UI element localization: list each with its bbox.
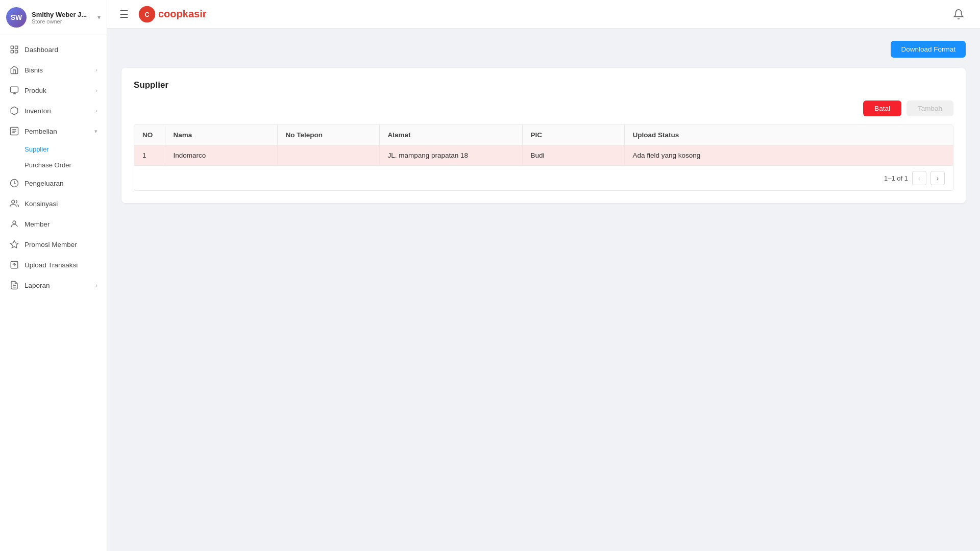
chevron-right-icon: › [95, 282, 97, 288]
produk-icon [9, 85, 19, 95]
laporan-icon [9, 280, 19, 290]
svg-rect-2 [11, 51, 13, 53]
sidebar-label-pengeluaran: Pengeluaran [24, 180, 64, 187]
sidebar-item-dashboard[interactable]: Dashboard [0, 39, 107, 60]
svg-rect-3 [15, 51, 18, 53]
sidebar-item-promosi-member[interactable]: Promosi Member [0, 234, 107, 255]
chevron-right-icon: › [95, 67, 97, 73]
table-header-row: NO Nama No Telepon Alamat PIC Upload Sta… [134, 125, 953, 145]
table-footer: 1–1 of 1 ‹ › [134, 165, 953, 190]
logo-icon: C [138, 5, 156, 23]
logo-kasir: kasir [183, 8, 207, 19]
sidebar-label-purchase-order: Purchase Order [24, 161, 71, 169]
sidebar-label-member: Member [24, 220, 50, 228]
main-wrapper: ☰ C coopkasir Download Format Supplier [107, 0, 980, 551]
sidebar-label-supplier: Supplier [24, 145, 49, 153]
sidebar-label-pembelian: Pembelian [24, 128, 57, 135]
pembelian-icon [9, 126, 19, 136]
supplier-card: Supplier Batal Tambah NO Nama No Telepon… [121, 68, 966, 203]
sidebar: SW Smithy Weber J... Store owner ▾ Dashb… [0, 0, 107, 551]
logo-coop: coop [158, 8, 183, 19]
main-content: Download Format Supplier Batal Tambah NO… [107, 29, 980, 551]
cell-alamat: JL. mampang prapatan 18 [379, 145, 522, 166]
avatar: SW [6, 7, 27, 28]
svg-point-8 [13, 221, 16, 224]
sidebar-label-konsinyasi: Konsinyasi [24, 200, 58, 208]
konsinyasi-icon [9, 198, 19, 209]
cell-no: 1 [134, 145, 165, 166]
sidebar-label-inventori: Inventori [24, 107, 51, 115]
batal-button[interactable]: Batal [863, 101, 901, 116]
col-upload-status: Upload Status [624, 125, 953, 145]
sidebar-item-laporan[interactable]: Laporan › [0, 275, 107, 295]
user-name: Smithy Weber J... [32, 11, 97, 18]
cell-nama: Indomarco [165, 145, 277, 166]
pagination-next-button[interactable]: › [930, 171, 945, 185]
sidebar-item-inventori[interactable]: Inventori › [0, 101, 107, 121]
chevron-right-icon: › [95, 108, 97, 114]
col-no: NO [134, 125, 165, 145]
cell-pic: Budi [522, 145, 624, 166]
col-nama: Nama [165, 125, 277, 145]
cell-upload_status: Ada field yang kosong [624, 145, 953, 166]
sidebar-item-bisnis[interactable]: Bisnis › [0, 60, 107, 80]
svg-rect-1 [15, 46, 18, 48]
svg-point-7 [12, 200, 15, 203]
svg-text:C: C [144, 11, 149, 18]
notification-bell-icon[interactable] [949, 5, 968, 23]
sidebar-label-bisnis: Bisnis [24, 66, 43, 74]
svg-marker-9 [11, 241, 18, 248]
sidebar-label-upload-transaksi: Upload Transaksi [24, 261, 78, 269]
pengeluaran-icon [9, 178, 19, 188]
sidebar-label-produk: Produk [24, 87, 46, 94]
supplier-table: NO Nama No Telepon Alamat PIC Upload Sta… [134, 125, 953, 165]
col-pic: PIC [522, 125, 624, 145]
user-role: Store owner [32, 18, 97, 24]
sidebar-item-pembelian[interactable]: Pembelian ▾ [0, 121, 107, 141]
svg-rect-4 [11, 87, 18, 92]
col-alamat: Alamat [379, 125, 522, 145]
logo: C coopkasir [138, 5, 207, 23]
pagination-text: 1–1 of 1 [884, 174, 908, 182]
hamburger-icon[interactable]: ☰ [119, 8, 129, 20]
inventori-icon [9, 106, 19, 116]
sidebar-item-upload-transaksi[interactable]: Upload Transaksi [0, 255, 107, 275]
sidebar-item-konsinyasi[interactable]: Konsinyasi [0, 193, 107, 214]
dashboard-icon [9, 44, 19, 55]
page-title: Supplier [134, 80, 953, 90]
tambah-button[interactable]: Tambah [906, 101, 953, 116]
bisnis-icon [9, 65, 19, 75]
sidebar-label-dashboard: Dashboard [24, 46, 58, 54]
download-format-button[interactable]: Download Format [891, 41, 966, 58]
supplier-table-container: NO Nama No Telepon Alamat PIC Upload Sta… [134, 124, 953, 191]
sidebar-item-produk[interactable]: Produk › [0, 80, 107, 101]
sidebar-item-member[interactable]: Member [0, 214, 107, 234]
topbar: ☰ C coopkasir [107, 0, 980, 29]
table-body: 1IndomarcoJL. mampang prapatan 18BudiAda… [134, 145, 953, 166]
user-info: Smithy Weber J... Store owner [32, 11, 97, 24]
sidebar-label-promosi-member: Promosi Member [24, 241, 77, 248]
download-bar: Download Format [121, 41, 966, 58]
col-no-telepon: No Telepon [277, 125, 379, 145]
action-bar: Batal Tambah [134, 101, 953, 116]
sidebar-item-purchase-order[interactable]: Purchase Order [0, 157, 107, 173]
chevron-right-icon: › [95, 87, 97, 93]
svg-rect-0 [11, 46, 13, 48]
member-icon [9, 219, 19, 229]
chevron-down-icon: ▾ [97, 14, 101, 21]
chevron-down-icon: ▾ [94, 128, 97, 135]
sidebar-item-supplier[interactable]: Supplier [0, 141, 107, 157]
user-profile[interactable]: SW Smithy Weber J... Store owner ▾ [0, 0, 107, 35]
table-row[interactable]: 1IndomarcoJL. mampang prapatan 18BudiAda… [134, 145, 953, 166]
promosi-icon [9, 239, 19, 249]
pagination-prev-button[interactable]: ‹ [912, 171, 926, 185]
logo-text: coopkasir [158, 8, 207, 20]
sidebar-item-pengeluaran[interactable]: Pengeluaran [0, 173, 107, 193]
upload-icon [9, 260, 19, 270]
sidebar-nav: Dashboard Bisnis › Produk › Inventori › [0, 35, 107, 551]
sidebar-label-laporan: Laporan [24, 282, 50, 289]
cell-no_telepon [277, 145, 379, 166]
